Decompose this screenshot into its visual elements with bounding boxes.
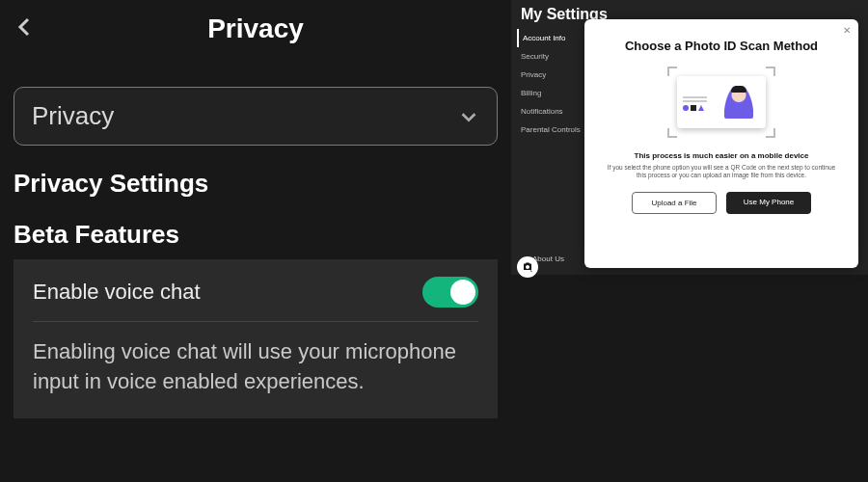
modal-title: Choose a Photo ID Scan Method: [598, 39, 845, 53]
modal-buttons: Upload a File Use My Phone: [598, 192, 845, 214]
avatar-icon: [724, 86, 753, 119]
privacy-dropdown[interactable]: Privacy: [14, 87, 498, 146]
upload-file-button[interactable]: Upload a File: [632, 192, 717, 214]
photo-id-modal: ✕ Choose a Photo ID Scan Method This pro…: [584, 19, 858, 268]
modal-lead: This process is much easier on a mobile …: [598, 151, 845, 160]
modal-subtext: If you select the phone option you will …: [606, 164, 837, 180]
subsection-heading: Beta Features: [14, 220, 498, 250]
chevron-down-icon: [458, 106, 479, 127]
back-button[interactable]: [14, 15, 52, 42]
top-bar: Privacy: [14, 0, 498, 58]
lens-search-button[interactable]: [517, 256, 538, 278]
section-heading: Privacy Settings: [14, 169, 498, 199]
voice-chat-row: Enable voice chat: [33, 277, 478, 322]
privacy-panel: Privacy Privacy Privacy Settings Beta Fe…: [0, 0, 511, 482]
chevron-left-icon: [14, 15, 37, 39]
toggle-description: Enabling voice chat will use your microp…: [33, 337, 478, 397]
use-phone-button[interactable]: Use My Phone: [726, 192, 811, 214]
toggle-label: Enable voice chat: [33, 280, 201, 305]
dropdown-label: Privacy: [32, 101, 114, 131]
voice-chat-toggle[interactable]: [422, 277, 478, 308]
camera-search-icon: [522, 261, 533, 273]
id-card-illustration: [669, 68, 773, 136]
page-title: Privacy: [52, 13, 498, 44]
close-button[interactable]: ✕: [843, 25, 851, 36]
voice-chat-card: Enable voice chat Enabling voice chat wi…: [14, 259, 498, 418]
